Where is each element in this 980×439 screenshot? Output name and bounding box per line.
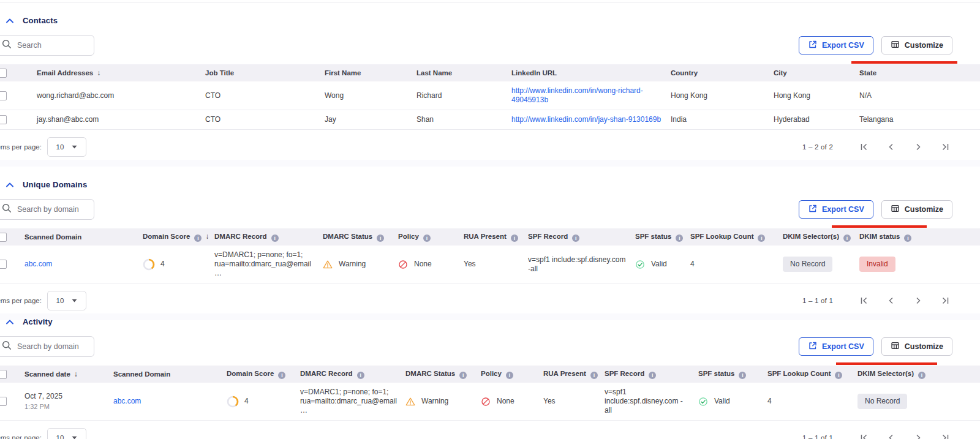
search-box[interactable]: [0, 336, 94, 357]
row-checkbox[interactable]: [0, 115, 7, 124]
column-header-label[interactable]: First Name: [325, 69, 361, 77]
cell-link[interactable]: http://www.linkedin.com/in/jay-shan-9130…: [511, 115, 661, 124]
search-input[interactable]: [17, 342, 88, 351]
column-header-label[interactable]: Country: [671, 69, 698, 77]
last-page-button[interactable]: [940, 142, 951, 152]
column-header-label[interactable]: City: [774, 69, 787, 77]
sort-descending-icon[interactable]: ↓: [97, 69, 100, 77]
chevron-up-icon[interactable]: [6, 179, 13, 190]
column-header-label[interactable]: LinkedIn URL: [511, 69, 557, 77]
info-icon[interactable]: [843, 235, 851, 242]
info-icon[interactable]: [271, 235, 279, 242]
column-header-label[interactable]: SPF status: [698, 370, 734, 377]
info-icon[interactable]: [904, 235, 911, 242]
page-size-select[interactable]: 10: [47, 137, 86, 157]
chevron-up-icon[interactable]: [6, 316, 13, 327]
column-header-label[interactable]: DMARC Status: [405, 370, 455, 377]
search-input[interactable]: [17, 205, 88, 214]
column-header-label[interactable]: SPF Record: [605, 370, 644, 377]
column-header-label[interactable]: RUA Present: [543, 370, 586, 377]
info-icon[interactable]: [357, 372, 364, 379]
column-header-label[interactable]: DMARC Record: [300, 370, 353, 377]
column-header-label[interactable]: State: [859, 69, 876, 77]
table-row: jay.shan@abc.comCTOJayShanhttp://www.lin…: [0, 110, 980, 130]
first-page-button[interactable]: [859, 433, 870, 439]
customize-button[interactable]: Customize: [881, 337, 952, 356]
export-csv-button[interactable]: Export CSV: [799, 36, 873, 54]
next-page-button[interactable]: [913, 433, 924, 439]
column-header-label[interactable]: Scanned Domain: [24, 233, 81, 241]
info-icon[interactable]: [459, 372, 467, 379]
first-page-button[interactable]: [859, 142, 870, 152]
select-all-checkbox[interactable]: [0, 69, 7, 78]
column-header-label[interactable]: Domain Score: [143, 233, 190, 240]
column-header-label[interactable]: Scanned date: [24, 370, 70, 378]
search-box[interactable]: [0, 199, 94, 220]
row-checkbox[interactable]: [0, 397, 7, 406]
cell-text: Yes: [464, 260, 476, 268]
info-icon[interactable]: [739, 372, 746, 379]
column-header-label[interactable]: Email Addresses: [37, 69, 93, 77]
column-header-label[interactable]: Policy: [398, 233, 419, 240]
info-icon[interactable]: [377, 235, 384, 242]
export-csv-button[interactable]: Export CSV: [799, 200, 873, 219]
customize-button[interactable]: Customize: [881, 200, 952, 219]
info-icon[interactable]: [278, 372, 285, 379]
cell-link[interactable]: http://www.linkedin.com/in/wong-richard-…: [511, 86, 643, 104]
chevron-up-icon[interactable]: [6, 15, 13, 26]
info-icon[interactable]: [194, 235, 202, 242]
column-header-label[interactable]: DKIM Selector(s): [783, 233, 839, 240]
search-box[interactable]: [0, 35, 94, 56]
previous-page-button[interactable]: [886, 296, 897, 306]
export-csv-button[interactable]: Export CSV: [799, 337, 873, 356]
first-page-button[interactable]: [859, 296, 870, 306]
previous-page-button[interactable]: [886, 142, 897, 152]
info-icon[interactable]: [572, 235, 579, 242]
column-header-label[interactable]: Last Name: [417, 69, 452, 77]
column-header-label[interactable]: Domain Score: [227, 370, 274, 377]
cell-link[interactable]: abc.com: [24, 260, 52, 268]
sort-descending-icon[interactable]: ↓: [205, 232, 209, 241]
last-page-button[interactable]: [940, 296, 951, 306]
cell-text: Hyderabad: [774, 115, 810, 124]
next-page-button[interactable]: [913, 142, 924, 152]
column-header-label[interactable]: RUA Present: [464, 233, 507, 240]
info-icon[interactable]: [758, 235, 765, 242]
next-page-button[interactable]: [913, 296, 924, 306]
previous-page-button[interactable]: [886, 433, 897, 439]
customize-button[interactable]: Customize: [881, 36, 952, 54]
cell-text: Yes: [543, 397, 556, 405]
select-all-checkbox[interactable]: [0, 233, 7, 242]
info-icon[interactable]: [511, 235, 518, 242]
page-size-value: 10: [56, 143, 64, 151]
select-all-checkbox[interactable]: [0, 370, 7, 379]
info-icon[interactable]: [423, 235, 431, 242]
search-input[interactable]: [17, 41, 88, 50]
column-header-label[interactable]: SPF Lookup Count: [690, 233, 753, 240]
info-icon[interactable]: [676, 235, 683, 242]
column-header-label[interactable]: SPF Record: [528, 233, 568, 240]
column-header-label[interactable]: DKIM status: [859, 233, 900, 240]
column-header-label[interactable]: SPF status: [635, 233, 671, 240]
info-icon[interactable]: [918, 372, 925, 379]
row-checkbox[interactable]: [0, 260, 7, 269]
last-page-button[interactable]: [940, 433, 951, 439]
info-icon[interactable]: [835, 372, 842, 379]
column-header-label[interactable]: Scanned Domain: [113, 370, 170, 378]
page-range-label: 1 – 1 of 1: [802, 297, 833, 304]
column-header-label[interactable]: SPF Lookup Count: [767, 370, 831, 377]
page-size-select[interactable]: 10: [47, 291, 86, 310]
info-icon[interactable]: [590, 372, 598, 379]
cell-link[interactable]: abc.com: [113, 397, 141, 405]
page-size-select[interactable]: 10: [47, 428, 86, 439]
status-badge: Invalid: [859, 257, 895, 272]
row-checkbox[interactable]: [0, 91, 7, 100]
column-header-label[interactable]: DKIM Selector(s): [858, 370, 914, 377]
info-icon[interactable]: [506, 372, 513, 379]
info-icon[interactable]: [649, 372, 656, 379]
sort-descending-icon[interactable]: ↓: [74, 370, 78, 378]
column-header-label[interactable]: Policy: [481, 370, 502, 377]
column-header-label[interactable]: DMARC Record: [214, 233, 267, 240]
column-header-label[interactable]: DMARC Status: [323, 233, 372, 240]
column-header-label[interactable]: Job Title: [205, 69, 234, 77]
